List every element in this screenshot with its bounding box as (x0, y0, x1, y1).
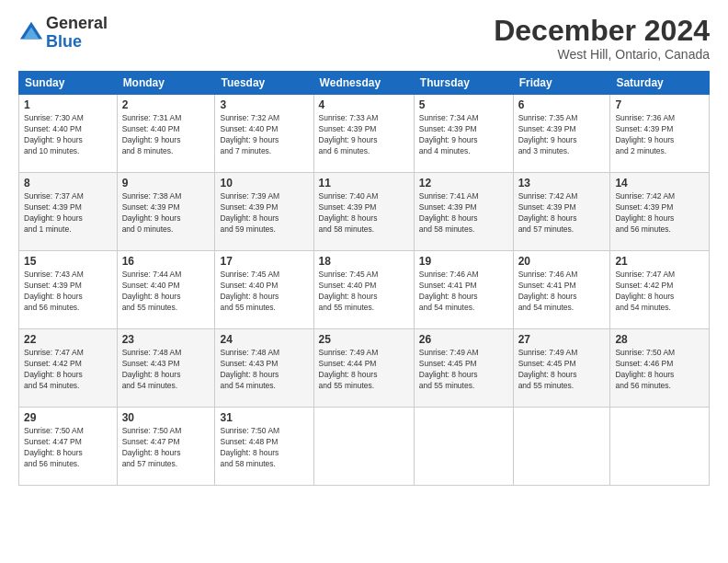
calendar-cell: 25Sunrise: 7:49 AM Sunset: 4:44 PM Dayli… (313, 329, 414, 408)
day-info: Sunrise: 7:49 AM Sunset: 4:45 PM Dayligh… (518, 348, 606, 392)
calendar-cell: 7Sunrise: 7:36 AM Sunset: 4:39 PM Daylig… (610, 95, 710, 173)
day-info: Sunrise: 7:46 AM Sunset: 4:41 PM Dayligh… (419, 270, 508, 314)
day-number: 6 (518, 98, 606, 111)
day-info: Sunrise: 7:48 AM Sunset: 4:43 PM Dayligh… (220, 348, 308, 392)
day-info: Sunrise: 7:39 AM Sunset: 4:39 PM Dayligh… (220, 191, 308, 236)
calendar-week-1: 1Sunrise: 7:30 AM Sunset: 4:40 PM Daylig… (19, 95, 710, 173)
day-number: 21 (615, 255, 704, 268)
day-number: 11 (319, 177, 409, 190)
title-block: December 2024 West Hill, Ontario, Canada (494, 15, 710, 62)
calendar-cell: 6Sunrise: 7:35 AM Sunset: 4:39 PM Daylig… (513, 95, 610, 173)
day-number: 16 (122, 255, 210, 268)
day-info: Sunrise: 7:36 AM Sunset: 4:39 PM Dayligh… (615, 113, 704, 157)
day-number: 8 (24, 177, 112, 190)
day-number: 9 (122, 177, 210, 190)
calendar-cell: 22Sunrise: 7:47 AM Sunset: 4:42 PM Dayli… (19, 329, 118, 408)
day-number: 20 (518, 255, 606, 268)
day-info: Sunrise: 7:30 AM Sunset: 4:40 PM Dayligh… (24, 113, 112, 157)
day-number: 1 (24, 98, 112, 111)
day-number: 12 (419, 177, 508, 190)
calendar-cell: 27Sunrise: 7:49 AM Sunset: 4:45 PM Dayli… (513, 329, 610, 408)
calendar-table: SundayMondayTuesdayWednesdayThursdayFrid… (18, 71, 710, 486)
calendar-cell (313, 408, 414, 486)
day-info: Sunrise: 7:35 AM Sunset: 4:39 PM Dayligh… (518, 113, 606, 157)
day-number: 24 (220, 333, 308, 346)
col-header-friday: Friday (513, 72, 610, 95)
day-number: 10 (220, 177, 308, 190)
day-info: Sunrise: 7:47 AM Sunset: 4:42 PM Dayligh… (24, 348, 112, 392)
calendar-cell: 31Sunrise: 7:50 AM Sunset: 4:48 PM Dayli… (215, 408, 313, 486)
col-header-thursday: Thursday (414, 72, 513, 95)
page: General Blue December 2024 West Hill, On… (0, 0, 728, 563)
logo: General Blue (18, 15, 108, 52)
day-info: Sunrise: 7:41 AM Sunset: 4:39 PM Dayligh… (419, 191, 508, 236)
col-header-monday: Monday (117, 72, 215, 95)
calendar-cell: 12Sunrise: 7:41 AM Sunset: 4:39 PM Dayli… (414, 173, 513, 251)
col-header-saturday: Saturday (610, 72, 710, 95)
day-info: Sunrise: 7:33 AM Sunset: 4:39 PM Dayligh… (319, 113, 409, 157)
logo-blue-text: Blue (46, 32, 82, 51)
day-info: Sunrise: 7:49 AM Sunset: 4:44 PM Dayligh… (319, 348, 409, 392)
day-info: Sunrise: 7:43 AM Sunset: 4:39 PM Dayligh… (24, 270, 112, 314)
calendar-week-3: 15Sunrise: 7:43 AM Sunset: 4:39 PM Dayli… (19, 251, 710, 329)
calendar-week-2: 8Sunrise: 7:37 AM Sunset: 4:39 PM Daylig… (19, 173, 710, 251)
day-info: Sunrise: 7:50 AM Sunset: 4:46 PM Dayligh… (615, 348, 704, 392)
day-info: Sunrise: 7:45 AM Sunset: 4:40 PM Dayligh… (319, 270, 409, 314)
calendar-cell: 24Sunrise: 7:48 AM Sunset: 4:43 PM Dayli… (215, 329, 313, 408)
calendar-cell: 10Sunrise: 7:39 AM Sunset: 4:39 PM Dayli… (215, 173, 313, 251)
day-info: Sunrise: 7:49 AM Sunset: 4:45 PM Dayligh… (419, 348, 508, 392)
calendar-cell: 2Sunrise: 7:31 AM Sunset: 4:40 PM Daylig… (117, 95, 215, 173)
day-info: Sunrise: 7:42 AM Sunset: 4:39 PM Dayligh… (615, 191, 704, 236)
day-number: 17 (220, 255, 308, 268)
day-info: Sunrise: 7:45 AM Sunset: 4:40 PM Dayligh… (220, 270, 308, 314)
calendar-cell: 20Sunrise: 7:46 AM Sunset: 4:41 PM Dayli… (513, 251, 610, 329)
calendar-cell: 28Sunrise: 7:50 AM Sunset: 4:46 PM Dayli… (610, 329, 710, 408)
day-info: Sunrise: 7:38 AM Sunset: 4:39 PM Dayligh… (122, 191, 210, 236)
day-info: Sunrise: 7:50 AM Sunset: 4:47 PM Dayligh… (24, 426, 112, 470)
day-number: 19 (419, 255, 508, 268)
day-number: 15 (24, 255, 112, 268)
day-info: Sunrise: 7:48 AM Sunset: 4:43 PM Dayligh… (122, 348, 210, 392)
calendar-cell: 26Sunrise: 7:49 AM Sunset: 4:45 PM Dayli… (414, 329, 513, 408)
calendar-cell: 3Sunrise: 7:32 AM Sunset: 4:40 PM Daylig… (215, 95, 313, 173)
day-info: Sunrise: 7:50 AM Sunset: 4:47 PM Dayligh… (122, 426, 210, 470)
calendar-cell: 21Sunrise: 7:47 AM Sunset: 4:42 PM Dayli… (610, 251, 710, 329)
calendar-week-4: 22Sunrise: 7:47 AM Sunset: 4:42 PM Dayli… (19, 329, 710, 408)
calendar-cell: 19Sunrise: 7:46 AM Sunset: 4:41 PM Dayli… (414, 251, 513, 329)
day-number: 31 (220, 411, 308, 424)
col-header-sunday: Sunday (19, 72, 118, 95)
day-info: Sunrise: 7:34 AM Sunset: 4:39 PM Dayligh… (419, 113, 508, 157)
day-info: Sunrise: 7:44 AM Sunset: 4:40 PM Dayligh… (122, 270, 210, 314)
location: West Hill, Ontario, Canada (494, 47, 710, 62)
day-info: Sunrise: 7:50 AM Sunset: 4:48 PM Dayligh… (220, 426, 308, 470)
day-number: 30 (122, 411, 210, 424)
calendar-cell (513, 408, 610, 486)
calendar-header-row: SundayMondayTuesdayWednesdayThursdayFrid… (19, 72, 710, 95)
calendar-week-5: 29Sunrise: 7:50 AM Sunset: 4:47 PM Dayli… (19, 408, 710, 486)
day-number: 23 (122, 333, 210, 346)
day-info: Sunrise: 7:32 AM Sunset: 4:40 PM Dayligh… (220, 113, 308, 157)
day-number: 2 (122, 98, 210, 111)
calendar-cell: 16Sunrise: 7:44 AM Sunset: 4:40 PM Dayli… (117, 251, 215, 329)
day-number: 4 (319, 98, 409, 111)
calendar-cell: 5Sunrise: 7:34 AM Sunset: 4:39 PM Daylig… (414, 95, 513, 173)
logo-icon (18, 20, 44, 46)
day-info: Sunrise: 7:40 AM Sunset: 4:39 PM Dayligh… (319, 191, 409, 236)
day-number: 5 (419, 98, 508, 111)
calendar-cell: 4Sunrise: 7:33 AM Sunset: 4:39 PM Daylig… (313, 95, 414, 173)
calendar-cell: 15Sunrise: 7:43 AM Sunset: 4:39 PM Dayli… (19, 251, 118, 329)
calendar-cell: 23Sunrise: 7:48 AM Sunset: 4:43 PM Dayli… (117, 329, 215, 408)
calendar-cell: 1Sunrise: 7:30 AM Sunset: 4:40 PM Daylig… (19, 95, 118, 173)
calendar-cell: 14Sunrise: 7:42 AM Sunset: 4:39 PM Dayli… (610, 173, 710, 251)
day-number: 13 (518, 177, 606, 190)
calendar-cell (414, 408, 513, 486)
day-info: Sunrise: 7:37 AM Sunset: 4:39 PM Dayligh… (24, 191, 112, 236)
calendar-cell: 8Sunrise: 7:37 AM Sunset: 4:39 PM Daylig… (19, 173, 118, 251)
calendar-cell: 18Sunrise: 7:45 AM Sunset: 4:40 PM Dayli… (313, 251, 414, 329)
col-header-tuesday: Tuesday (215, 72, 313, 95)
calendar-cell: 9Sunrise: 7:38 AM Sunset: 4:39 PM Daylig… (117, 173, 215, 251)
col-header-wednesday: Wednesday (313, 72, 414, 95)
day-number: 26 (419, 333, 508, 346)
day-number: 7 (615, 98, 704, 111)
calendar-cell: 30Sunrise: 7:50 AM Sunset: 4:47 PM Dayli… (117, 408, 215, 486)
